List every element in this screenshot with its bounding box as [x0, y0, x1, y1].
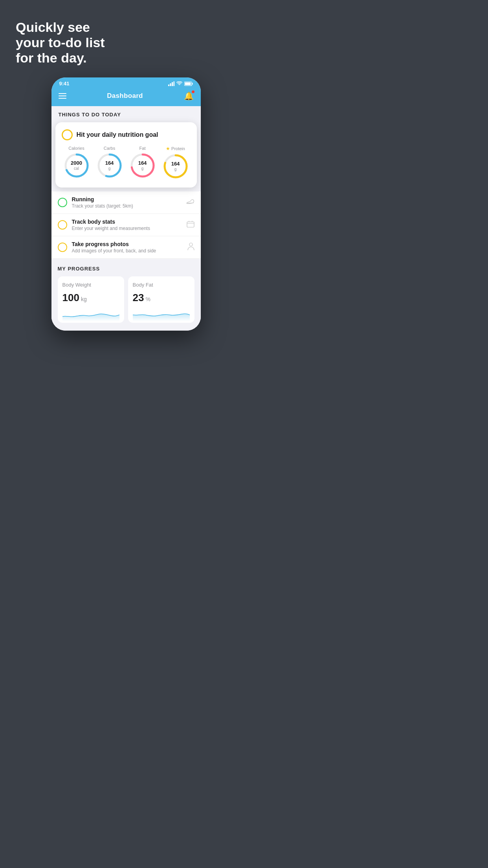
body-fat-card[interactable]: Body Fat 23 % [128, 276, 194, 323]
protein-star-icon: ★ [166, 146, 170, 151]
todo-circle-body-stats [58, 220, 67, 230]
progress-cards: Body Weight 100 kg [58, 276, 194, 323]
nutrition-circle-check [62, 129, 73, 140]
svg-rect-5 [185, 82, 191, 85]
todo-circle-photos [58, 243, 67, 252]
page-headline: Quickly seeyour to-do listfor the day. [16, 20, 134, 66]
svg-rect-1 [170, 83, 171, 86]
body-weight-number: 100 [62, 292, 79, 304]
svg-rect-15 [187, 222, 194, 227]
nav-title: Dashboard [107, 92, 143, 100]
fat-unit: g [138, 166, 147, 171]
todo-list: Running Track your stats (target: 5km) [51, 191, 201, 259]
signal-icon [168, 81, 174, 86]
status-bar: 9:41 [51, 77, 201, 88]
todo-text-photos: Take progress photos Add images of your … [72, 241, 183, 254]
shoe-icon [186, 199, 194, 207]
svg-rect-3 [173, 81, 174, 86]
body-weight-title: Body Weight [62, 282, 119, 288]
status-time: 9:41 [59, 81, 70, 86]
things-to-do-label: THINGS TO DO TODAY [51, 106, 201, 121]
body-weight-card[interactable]: Body Weight 100 kg [58, 276, 124, 323]
calories-unit: cal [71, 166, 82, 171]
fat-ring: 164 g [129, 152, 156, 179]
body-fat-title: Body Fat [133, 282, 190, 288]
todo-sub-running: Track your stats (target: 5km) [72, 203, 181, 209]
notification-bell-icon[interactable]: 🔔 [184, 91, 194, 101]
calories-label: Calories [68, 146, 84, 151]
todo-sub-photos: Add images of your front, back, and side [72, 248, 183, 254]
wifi-icon [176, 81, 182, 86]
nutrition-row: Calories 2000 cal [62, 146, 191, 180]
nutrition-fat: Fat 164 g [129, 146, 156, 179]
todo-name-photos: Take progress photos [72, 241, 183, 247]
todo-item-body-stats[interactable]: Track body stats Enter your weight and m… [51, 214, 201, 236]
body-fat-number: 23 [133, 292, 144, 304]
calories-ring: 2000 cal [63, 152, 90, 179]
calories-value: 2000 [71, 161, 82, 166]
person-icon [187, 243, 194, 252]
phone-content: THINGS TO DO TODAY Hit your daily nutrit… [51, 106, 201, 331]
protein-label: ★ Protein [166, 146, 185, 151]
svg-rect-2 [172, 82, 173, 86]
fat-value: 164 [138, 161, 147, 166]
battery-icon [184, 81, 193, 86]
nutrition-card-title: Hit your daily nutrition goal [77, 131, 158, 138]
nutrition-calories: Calories 2000 cal [63, 146, 90, 179]
phone-frame: 9:41 [51, 77, 201, 331]
todo-item-photos[interactable]: Take progress photos Add images of your … [51, 236, 201, 259]
nutrition-protein: ★ Protein 164 g [162, 146, 189, 180]
nav-bar: Dashboard 🔔 [51, 88, 201, 106]
nutrition-card[interactable]: Hit your daily nutrition goal Calories [55, 122, 197, 188]
todo-circle-running [58, 198, 67, 207]
nutrition-carbs: Carbs 164 g [96, 146, 123, 179]
body-fat-value-row: 23 % [133, 292, 190, 304]
body-weight-sparkline [62, 307, 119, 321]
body-fat-unit: % [145, 296, 150, 302]
protein-value: 164 [171, 162, 180, 167]
body-weight-unit: kg [81, 296, 87, 302]
nutrition-card-header: Hit your daily nutrition goal [62, 129, 191, 140]
status-icons [168, 81, 193, 86]
carbs-unit: g [105, 166, 114, 171]
background-page: Quickly seeyour to-do listfor the day. 9… [0, 0, 244, 434]
hamburger-menu-icon[interactable] [59, 93, 66, 99]
protein-ring: 164 g [162, 153, 189, 180]
body-fat-sparkline [133, 307, 190, 321]
progress-section: MY PROGRESS Body Weight 100 kg [51, 259, 201, 331]
todo-name-running: Running [72, 196, 181, 202]
carbs-ring: 164 g [96, 152, 123, 179]
protein-unit: g [171, 167, 180, 171]
todo-text-body-stats: Track body stats Enter your weight and m… [72, 219, 182, 231]
todo-sub-body-stats: Enter your weight and measurements [72, 226, 182, 231]
scale-icon [187, 221, 194, 230]
todo-text-running: Running Track your stats (target: 5km) [72, 196, 181, 209]
body-weight-value-row: 100 kg [62, 292, 119, 304]
carbs-value: 164 [105, 161, 114, 166]
carbs-label: Carbs [104, 146, 115, 151]
svg-point-17 [189, 243, 193, 246]
svg-rect-0 [168, 85, 169, 86]
todo-name-body-stats: Track body stats [72, 219, 182, 225]
svg-rect-6 [192, 83, 193, 85]
todo-item-running[interactable]: Running Track your stats (target: 5km) [51, 191, 201, 214]
notification-dot [192, 90, 194, 93]
fat-label: Fat [139, 146, 146, 151]
my-progress-label: MY PROGRESS [58, 266, 194, 272]
